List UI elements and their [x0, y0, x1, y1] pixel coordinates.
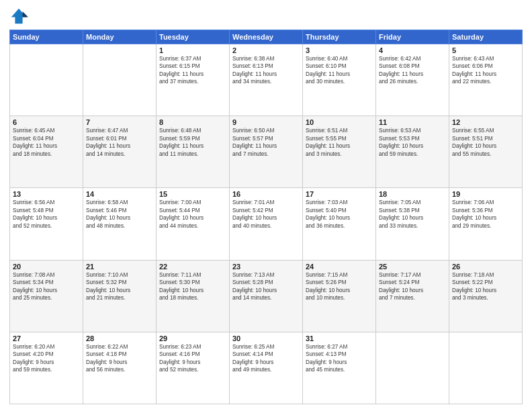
calendar-cell: 20Sunrise: 7:08 AM Sunset: 5:34 PM Dayli…	[10, 260, 83, 332]
day-number: 14	[86, 190, 153, 198]
day-number: 23	[232, 263, 300, 271]
calendar-cell: 13Sunrise: 6:56 AM Sunset: 5:48 PM Dayli…	[10, 188, 83, 260]
day-number: 13	[13, 190, 80, 198]
cell-text: Sunrise: 6:55 AM Sunset: 5:51 PM Dayligh…	[452, 127, 519, 158]
calendar-cell	[449, 332, 523, 404]
cell-text: Sunrise: 7:13 AM Sunset: 5:28 PM Dayligh…	[232, 271, 300, 302]
day-number: 5	[452, 46, 519, 54]
day-number: 16	[232, 190, 300, 198]
cell-text: Sunrise: 6:37 AM Sunset: 6:15 PM Dayligh…	[159, 55, 226, 86]
cell-text: Sunrise: 6:48 AM Sunset: 5:59 PM Dayligh…	[159, 127, 226, 158]
calendar-header-tuesday: Tuesday	[157, 30, 230, 44]
cell-text: Sunrise: 6:23 AM Sunset: 4:16 PM Dayligh…	[159, 343, 226, 374]
day-number: 12	[452, 118, 519, 126]
day-number: 4	[379, 46, 446, 54]
calendar-header-thursday: Thursday	[303, 30, 376, 44]
calendar-cell: 14Sunrise: 6:58 AM Sunset: 5:46 PM Dayli…	[83, 188, 157, 260]
cell-text: Sunrise: 6:56 AM Sunset: 5:48 PM Dayligh…	[13, 199, 80, 230]
day-number: 3	[306, 46, 373, 54]
cell-text: Sunrise: 6:20 AM Sunset: 4:20 PM Dayligh…	[13, 343, 80, 374]
cell-text: Sunrise: 7:18 AM Sunset: 5:22 PM Dayligh…	[452, 271, 519, 302]
cell-text: Sunrise: 6:53 AM Sunset: 5:53 PM Dayligh…	[379, 127, 446, 158]
cell-text: Sunrise: 6:45 AM Sunset: 6:04 PM Dayligh…	[13, 127, 80, 158]
calendar-header-row: SundayMondayTuesdayWednesdayThursdayFrid…	[10, 30, 523, 44]
calendar-cell: 26Sunrise: 7:18 AM Sunset: 5:22 PM Dayli…	[449, 260, 523, 332]
cell-text: Sunrise: 6:43 AM Sunset: 6:06 PM Dayligh…	[452, 55, 519, 86]
calendar-cell: 21Sunrise: 7:10 AM Sunset: 5:32 PM Dayli…	[83, 260, 157, 332]
day-number: 9	[232, 118, 300, 126]
day-number: 8	[159, 118, 226, 126]
day-number: 17	[306, 190, 373, 198]
cell-text: Sunrise: 6:27 AM Sunset: 4:13 PM Dayligh…	[306, 343, 373, 374]
calendar-cell: 16Sunrise: 7:01 AM Sunset: 5:42 PM Dayli…	[230, 188, 303, 260]
calendar-cell: 25Sunrise: 7:17 AM Sunset: 5:24 PM Dayli…	[376, 260, 449, 332]
day-number: 28	[86, 334, 153, 342]
cell-text: Sunrise: 7:00 AM Sunset: 5:44 PM Dayligh…	[159, 199, 226, 230]
calendar-cell: 7Sunrise: 6:47 AM Sunset: 6:01 PM Daylig…	[83, 116, 157, 188]
calendar-cell: 23Sunrise: 7:13 AM Sunset: 5:28 PM Dayli…	[230, 260, 303, 332]
calendar-cell: 18Sunrise: 7:05 AM Sunset: 5:38 PM Dayli…	[376, 188, 449, 260]
calendar-week-1: 6Sunrise: 6:45 AM Sunset: 6:04 PM Daylig…	[10, 116, 523, 188]
day-number: 26	[452, 263, 519, 271]
calendar-cell: 17Sunrise: 7:03 AM Sunset: 5:40 PM Dayli…	[303, 188, 376, 260]
calendar-week-2: 13Sunrise: 6:56 AM Sunset: 5:48 PM Dayli…	[10, 188, 523, 260]
day-number: 30	[232, 334, 300, 342]
cell-text: Sunrise: 6:40 AM Sunset: 6:10 PM Dayligh…	[306, 55, 373, 86]
cell-text: Sunrise: 7:01 AM Sunset: 5:42 PM Dayligh…	[232, 199, 300, 230]
cell-text: Sunrise: 6:50 AM Sunset: 5:57 PM Dayligh…	[232, 127, 300, 158]
day-number: 25	[379, 263, 446, 271]
calendar-cell: 4Sunrise: 6:42 AM Sunset: 6:08 PM Daylig…	[376, 44, 449, 116]
calendar-cell: 6Sunrise: 6:45 AM Sunset: 6:04 PM Daylig…	[10, 116, 83, 188]
calendar-week-0: 1Sunrise: 6:37 AM Sunset: 6:15 PM Daylig…	[10, 44, 523, 116]
calendar-cell: 27Sunrise: 6:20 AM Sunset: 4:20 PM Dayli…	[10, 332, 83, 404]
calendar-cell: 19Sunrise: 7:06 AM Sunset: 5:36 PM Dayli…	[449, 188, 523, 260]
cell-text: Sunrise: 6:47 AM Sunset: 6:01 PM Dayligh…	[86, 127, 153, 158]
calendar-cell: 30Sunrise: 6:25 AM Sunset: 4:14 PM Dayli…	[230, 332, 303, 404]
day-number: 18	[379, 190, 446, 198]
day-number: 7	[86, 118, 153, 126]
calendar-cell: 8Sunrise: 6:48 AM Sunset: 5:59 PM Daylig…	[157, 116, 230, 188]
cell-text: Sunrise: 7:05 AM Sunset: 5:38 PM Dayligh…	[379, 199, 446, 230]
day-number: 24	[306, 263, 373, 271]
cell-text: Sunrise: 7:17 AM Sunset: 5:24 PM Dayligh…	[379, 271, 446, 302]
day-number: 21	[86, 263, 153, 271]
cell-text: Sunrise: 7:06 AM Sunset: 5:36 PM Dayligh…	[452, 199, 519, 230]
cell-text: Sunrise: 7:15 AM Sunset: 5:26 PM Dayligh…	[306, 271, 373, 302]
calendar-cell	[10, 44, 83, 116]
calendar-cell: 24Sunrise: 7:15 AM Sunset: 5:26 PM Dayli…	[303, 260, 376, 332]
calendar-week-4: 27Sunrise: 6:20 AM Sunset: 4:20 PM Dayli…	[10, 332, 523, 404]
cell-text: Sunrise: 6:51 AM Sunset: 5:55 PM Dayligh…	[306, 127, 373, 158]
calendar-cell: 11Sunrise: 6:53 AM Sunset: 5:53 PM Dayli…	[376, 116, 449, 188]
day-number: 22	[159, 263, 226, 271]
day-number: 15	[159, 190, 226, 198]
calendar-cell: 10Sunrise: 6:51 AM Sunset: 5:55 PM Dayli…	[303, 116, 376, 188]
logo-icon	[9, 7, 28, 26]
svg-marker-1	[23, 11, 28, 17]
cell-text: Sunrise: 7:08 AM Sunset: 5:34 PM Dayligh…	[13, 271, 80, 302]
calendar-header-saturday: Saturday	[449, 30, 523, 44]
day-number: 19	[452, 190, 519, 198]
cell-text: Sunrise: 6:38 AM Sunset: 6:13 PM Dayligh…	[232, 55, 300, 86]
logo	[9, 7, 31, 26]
day-number: 20	[13, 263, 80, 271]
calendar-header-sunday: Sunday	[10, 30, 83, 44]
calendar-cell: 1Sunrise: 6:37 AM Sunset: 6:15 PM Daylig…	[157, 44, 230, 116]
calendar-header-wednesday: Wednesday	[230, 30, 303, 44]
calendar-cell: 9Sunrise: 6:50 AM Sunset: 5:57 PM Daylig…	[230, 116, 303, 188]
cell-text: Sunrise: 6:42 AM Sunset: 6:08 PM Dayligh…	[379, 55, 446, 86]
calendar-cell	[83, 44, 157, 116]
calendar-table: SundayMondayTuesdayWednesdayThursdayFrid…	[9, 30, 523, 404]
day-number: 10	[306, 118, 373, 126]
calendar-cell: 28Sunrise: 6:22 AM Sunset: 4:18 PM Dayli…	[83, 332, 157, 404]
cell-text: Sunrise: 6:22 AM Sunset: 4:18 PM Dayligh…	[86, 343, 153, 374]
calendar-cell: 29Sunrise: 6:23 AM Sunset: 4:16 PM Dayli…	[157, 332, 230, 404]
calendar-cell: 31Sunrise: 6:27 AM Sunset: 4:13 PM Dayli…	[303, 332, 376, 404]
cell-text: Sunrise: 7:03 AM Sunset: 5:40 PM Dayligh…	[306, 199, 373, 230]
calendar-cell: 15Sunrise: 7:00 AM Sunset: 5:44 PM Dayli…	[157, 188, 230, 260]
cell-text: Sunrise: 7:10 AM Sunset: 5:32 PM Dayligh…	[86, 271, 153, 302]
cell-text: Sunrise: 7:11 AM Sunset: 5:30 PM Dayligh…	[159, 271, 226, 302]
day-number: 1	[159, 46, 226, 54]
day-number: 31	[306, 334, 373, 342]
cell-text: Sunrise: 6:58 AM Sunset: 5:46 PM Dayligh…	[86, 199, 153, 230]
calendar-cell: 22Sunrise: 7:11 AM Sunset: 5:30 PM Dayli…	[157, 260, 230, 332]
